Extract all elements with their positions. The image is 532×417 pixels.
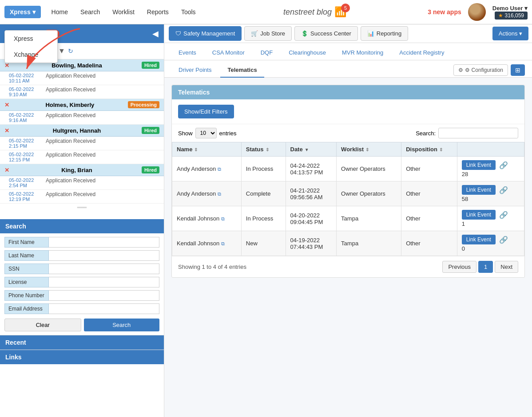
list-item: 05-02-202212:15 PM Application Received (0, 150, 164, 164)
search-button[interactable]: Search (84, 319, 160, 331)
chain-icon[interactable]: 🔗 (499, 161, 508, 169)
close-king[interactable]: ✕ (4, 167, 9, 173)
chain-icon-inactive[interactable]: 🔗 (499, 236, 508, 244)
user-name[interactable]: Demo User ▾ (492, 5, 528, 12)
filter-down-btn[interactable]: ▼ (58, 47, 65, 55)
links-header[interactable]: Links (0, 350, 164, 364)
telematics-title: Telematics (172, 85, 524, 99)
refresh-btn[interactable]: ↻ (68, 47, 73, 55)
tab-driver-points[interactable]: Driver Points (171, 63, 218, 78)
logo-button[interactable]: Xpress ▾ (4, 6, 41, 18)
link-event-button[interactable]: Link Event (462, 185, 496, 195)
reminder-action: Application Received (46, 177, 95, 188)
tab-clearinghouse[interactable]: Clearinghouse (282, 46, 333, 60)
actions-button[interactable]: Actions ▾ (492, 27, 528, 40)
entries-select[interactable]: 10 (195, 128, 217, 138)
data-table: Name⇕ Status⇕ Date▼ Worklist⇕ (172, 142, 524, 256)
entries-label: entries (219, 130, 237, 137)
tab-accident[interactable]: Accident Registry (392, 46, 451, 60)
col-name[interactable]: Name⇕ (172, 142, 242, 157)
cell-disposition: Other (401, 181, 457, 206)
subnav-reporting[interactable]: 📊 Reporting (361, 26, 408, 41)
chain-icon[interactable]: 🔗 (499, 211, 508, 219)
col-worklist[interactable]: Worklist⇕ (337, 142, 401, 157)
close-hultgren[interactable]: ✕ (4, 127, 9, 134)
prev-button[interactable]: Previous (442, 261, 476, 273)
sidebar-collapse-btn[interactable]: ◀ (152, 29, 159, 39)
cell-name: Andy Anderson ⧉ (172, 181, 242, 206)
nav-search[interactable]: Search (74, 5, 106, 19)
external-link-icon[interactable]: ⧉ (218, 191, 221, 197)
subnav-safety[interactable]: 🛡 Safety Management (169, 26, 242, 41)
pagination: Previous 1 Next (442, 261, 518, 273)
external-link-icon[interactable]: ⧉ (221, 216, 225, 221)
jobstore-label: Job Store (260, 30, 285, 37)
ssn-input[interactable] (49, 264, 159, 274)
user-info: Demo User ▾ ★ 316,059 (492, 5, 528, 20)
license-input[interactable] (49, 277, 159, 287)
configuration-button[interactable]: ⚙ ⚙ Configuration (453, 64, 508, 76)
reminder-date: 05-02-202212:15 PM (9, 152, 42, 162)
reminder-date: 05-02-20229:16 AM (9, 112, 42, 123)
reminder-date: 05-02-20222:54 PM (9, 177, 42, 188)
first-name-input[interactable] (49, 237, 159, 248)
email-label: Email Address (4, 303, 49, 314)
form-row-phone: Phone Number (4, 290, 159, 301)
nav-reports[interactable]: Reports (141, 5, 175, 19)
link-event-cell: Link Event 🔗 (462, 160, 520, 170)
link-event-button[interactable]: Link Event (462, 210, 496, 220)
link-event-button[interactable]: Link Event (462, 160, 496, 170)
email-input[interactable] (49, 303, 159, 314)
clear-button[interactable]: Clear (4, 319, 81, 331)
bookmark-button[interactable]: ⊞ (511, 64, 525, 76)
subnav-jobstore[interactable]: 🛒 Job Store (244, 26, 292, 41)
bowling-name: Bowling, Madelina (52, 62, 102, 69)
top-nav: Xpress ▾ Xpress Xchange Home Search Work… (0, 0, 532, 24)
reminder-date: 05-02-20222:15 PM (9, 138, 42, 149)
hultgren-name: Hultgren, Hannah (53, 127, 101, 134)
cell-status: Complete (241, 181, 286, 206)
tab-events[interactable]: Events (171, 46, 203, 60)
page-1-button[interactable]: 1 (478, 261, 493, 273)
event-count: 1 (462, 220, 520, 227)
phone-input[interactable] (49, 290, 159, 301)
dropdown-item-xchange[interactable]: Xchange (5, 47, 57, 63)
nav-home[interactable]: Home (45, 5, 74, 19)
search-section-header[interactable]: Search (0, 219, 164, 233)
external-link-icon[interactable]: ⧉ (218, 166, 221, 172)
external-link-icon[interactable]: ⧉ (221, 241, 225, 246)
col-status[interactable]: Status⇕ (241, 142, 286, 157)
nav-links: Home Search Worklist Reports Tools (45, 5, 202, 19)
col-disposition[interactable]: Disposition⇕ (401, 142, 457, 157)
next-button[interactable]: Next (495, 261, 518, 273)
phone-label: Phone Number (4, 290, 49, 301)
filter-row: Show/Edit Filters (172, 99, 524, 124)
chain-icon[interactable]: 🔗 (499, 186, 508, 194)
dropdown-item-xpress[interactable]: Xpress (5, 31, 57, 47)
tab-csa[interactable]: CSA Monitor (205, 46, 252, 60)
link-event-cell: Link Event 🔗 (462, 235, 520, 244)
cell-date: 04-20-202209:04:45 PM (286, 206, 337, 231)
nav-worklist[interactable]: Worklist (106, 5, 141, 19)
first-name-label: First Name (4, 237, 49, 248)
tab-mvr[interactable]: MVR Monitoring (335, 46, 390, 60)
col-date[interactable]: Date▼ (286, 142, 337, 157)
cell-worklist: Owner Operators (337, 157, 401, 181)
show-edit-filters-button[interactable]: Show/Edit Filters (178, 105, 234, 118)
user-avatar[interactable] (468, 3, 486, 21)
nav-tools[interactable]: Tools (175, 5, 202, 19)
last-name-input[interactable] (49, 250, 159, 261)
close-holmes[interactable]: ✕ (4, 102, 9, 108)
dollar-icon: 💲 (301, 30, 308, 37)
new-apps-link[interactable]: 3 new apps (428, 8, 461, 16)
hultgren-status: Hired (142, 127, 159, 134)
cell-date: 04-24-202204:13:57 PM (286, 157, 337, 181)
recent-header[interactable]: Recent (0, 335, 164, 350)
gear-icon: ⚙ (458, 67, 463, 73)
link-event-button[interactable]: Link Event (462, 235, 496, 244)
tab-telematics[interactable]: Telematics (220, 63, 264, 78)
subnav-success[interactable]: 💲 Success Center (294, 26, 358, 41)
list-item: 05-02-20229:10 AM Application Received (0, 85, 164, 99)
table-search-input[interactable] (438, 128, 518, 138)
tab-dqf[interactable]: DQF (254, 46, 280, 60)
